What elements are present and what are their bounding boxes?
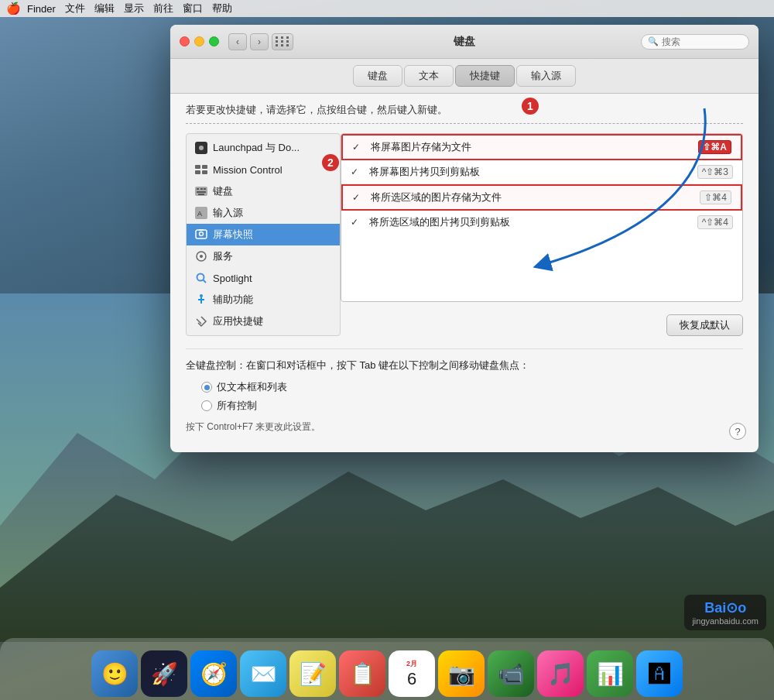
screenshot-icon <box>194 228 208 242</box>
dock-icon-finder[interactable]: 🙂 <box>91 650 138 697</box>
check-1: ✓ <box>352 142 365 153</box>
sidebar-item-services[interactable]: 服务 <box>187 245 340 267</box>
label-2: 将屏幕图片拷贝到剪贴板 <box>369 165 697 179</box>
radio-text-only[interactable]: 仅文本框和列表 <box>201 380 743 394</box>
dock-icon-mail[interactable]: ✉️ <box>240 650 286 697</box>
svg-rect-13 <box>197 188 199 190</box>
sidebar-item-launchpad[interactable]: Launchpad 与 Do... <box>187 137 340 159</box>
window-title: 键盘 <box>454 35 475 49</box>
dock-icon-numbers[interactable]: 📊 <box>587 650 633 697</box>
svg-text:A: A <box>197 210 202 218</box>
svg-line-26 <box>204 280 207 283</box>
instruction-text: 若要更改快捷键，请选择它，点按组合键，然后键入新键。 <box>186 103 743 124</box>
sidebar-item-keyboard[interactable]: 键盘 <box>187 180 340 202</box>
grid-view-button[interactable] <box>272 33 293 50</box>
search-input[interactable] <box>662 36 742 47</box>
sidebar-item-mission-control[interactable]: Mission Control <box>187 159 340 180</box>
launchpad-icon <box>194 141 208 155</box>
svg-marker-2 <box>0 472 774 642</box>
dock-icon-photos[interactable]: 📷 <box>438 650 485 697</box>
svg-point-7 <box>199 146 204 150</box>
apple-menu[interactable]: 🍎 <box>6 2 21 15</box>
tab-text[interactable]: 文本 <box>404 65 454 87</box>
services-icon <box>194 249 208 263</box>
menubar-view[interactable]: 显示 <box>124 2 144 15</box>
svg-rect-15 <box>204 188 206 190</box>
dock-icon-facetime[interactable]: 📹 <box>488 650 534 697</box>
titlebar: ‹ › 键盘 🔍 <box>170 25 759 59</box>
search-box[interactable]: 🔍 <box>641 34 749 50</box>
svg-rect-11 <box>202 170 207 174</box>
svg-rect-14 <box>200 188 203 190</box>
svg-rect-20 <box>196 230 207 238</box>
maximize-button[interactable] <box>209 36 219 46</box>
radio-all-controls-label: 所有控制 <box>217 399 257 413</box>
check-4: ✓ <box>351 217 363 228</box>
dock-icon-notes[interactable]: 📝 <box>289 650 336 697</box>
key-2: ^⇧⌘3 <box>697 165 733 179</box>
sidebar-item-input-source[interactable]: A 输入源 <box>187 202 340 224</box>
tab-input-source[interactable]: 输入源 <box>516 65 576 87</box>
check-3: ✓ <box>352 192 365 203</box>
dock-icon-safari[interactable]: 🧭 <box>190 650 237 697</box>
keyboard-preferences-window: ‹ › 键盘 🔍 键盘 文本 快捷键 输入源 <box>170 25 759 452</box>
radio-text-only-circle[interactable] <box>201 382 212 393</box>
spotlight-icon <box>194 271 208 285</box>
tabs-bar: 键盘 文本 快捷键 输入源 <box>170 59 759 94</box>
control-hint: 按下 Control+F7 来更改此设置。 <box>186 420 743 434</box>
key-4: ^⇧⌘4 <box>697 215 733 229</box>
radio-all-controls[interactable]: 所有控制 <box>201 399 743 413</box>
keyboard-icon <box>194 184 208 198</box>
baidu-watermark: Bai⊙o jingyanbaidu.com <box>684 595 766 630</box>
svg-rect-8 <box>195 165 200 169</box>
minimize-button[interactable] <box>194 36 204 46</box>
menubar-finder[interactable]: Finder <box>27 3 56 15</box>
svg-rect-9 <box>202 165 207 169</box>
tab-keyboard[interactable]: 键盘 <box>353 65 402 87</box>
sidebar-item-screenshot[interactable]: 屏幕快照 <box>187 224 340 245</box>
shortcut-row-2[interactable]: ✓ 将屏幕图片拷贝到剪贴板 ^⇧⌘3 <box>341 160 742 184</box>
dock-icon-launchpad[interactable]: 🚀 <box>141 650 187 697</box>
menubar-go[interactable]: 前往 <box>153 2 173 15</box>
label-4: 将所选区域的图片拷贝到剪贴板 <box>369 215 697 229</box>
close-button[interactable] <box>180 36 190 46</box>
nav-buttons: ‹ › <box>228 33 269 50</box>
tab-shortcuts[interactable]: 快捷键 <box>455 65 515 87</box>
dock-icon-itunes[interactable]: 🎵 <box>537 650 584 697</box>
forward-button[interactable]: › <box>250 33 269 50</box>
main-split: Launchpad 与 Do... Mission Contr <box>186 133 743 336</box>
svg-point-25 <box>197 274 204 281</box>
sidebar-item-spotlight[interactable]: Spotlight <box>187 267 340 289</box>
menubar-help[interactable]: 帮助 <box>212 2 232 15</box>
sidebar-item-accessibility[interactable]: 辅助功能 <box>187 289 340 311</box>
mission-control-icon <box>194 163 208 177</box>
traffic-lights <box>180 36 219 46</box>
restore-default-button[interactable]: 恢复成默认 <box>666 314 743 336</box>
svg-rect-17 <box>198 194 204 195</box>
shortcut-row-1[interactable]: ✓ 将屏幕图片存储为文件 ⇧⌘A <box>341 134 742 160</box>
back-button[interactable]: ‹ <box>228 33 247 50</box>
shortcut-row-3[interactable]: ✓ 将所选区域的图片存储为文件 ⇧⌘4 <box>341 184 742 211</box>
key-3: ⇧⌘4 <box>700 190 731 204</box>
dock-icon-reminders[interactable]: 📋 <box>339 650 385 697</box>
menubar-file[interactable]: 文件 <box>65 2 85 15</box>
menubar-edit[interactable]: 编辑 <box>94 2 115 15</box>
bottom-section: 全键盘控制：在窗口和对话框中，按下 Tab 键在以下控制之间移动键盘焦点： 仅文… <box>186 348 743 443</box>
svg-point-24 <box>200 255 203 258</box>
help-button[interactable]: ? <box>729 423 746 440</box>
accessibility-icon <box>194 293 208 307</box>
search-icon: 🔍 <box>648 36 659 46</box>
radio-all-controls-circle[interactable] <box>201 400 212 411</box>
dock-icon-appstore[interactable]: 🅰 <box>636 650 683 697</box>
label-1: 将屏幕图片存储为文件 <box>371 140 698 154</box>
dock: 🙂 🚀 🧭 ✉️ 📝 📋 2月6 📷 📹 🎵 📊 🅰 <box>0 638 774 700</box>
sidebar-item-app-shortcuts[interactable]: 应用快捷键 <box>187 311 340 332</box>
shortcut-panel-wrapper: ✓ 将屏幕图片存储为文件 ⇧⌘A ✓ 将屏幕图片拷贝到剪贴板 ^⇧⌘3 ✓ <box>341 133 743 336</box>
baidu-text: jingyanbaidu.com <box>692 616 759 626</box>
keyboard-control-title: 全键盘控制：在窗口和对话框中，按下 Tab 键在以下控制之间移动键盘焦点： <box>186 359 743 372</box>
svg-rect-22 <box>199 229 204 231</box>
menubar: 🍎 Finder 文件 编辑 显示 前往 窗口 帮助 <box>0 0 774 17</box>
shortcut-row-4[interactable]: ✓ 将所选区域的图片拷贝到剪贴板 ^⇧⌘4 <box>341 211 742 234</box>
menubar-window[interactable]: 窗口 <box>183 2 203 15</box>
dock-icon-calendar[interactable]: 2月6 <box>389 650 435 697</box>
